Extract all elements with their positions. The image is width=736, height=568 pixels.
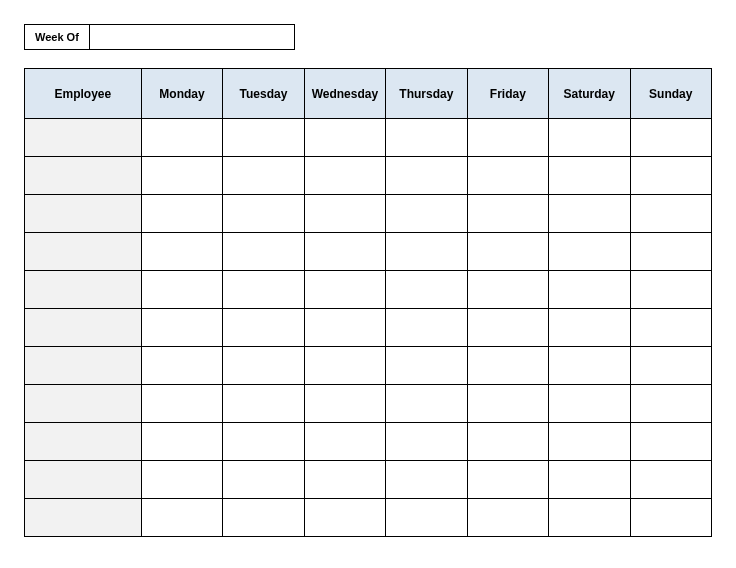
day-header-wednesday: Wednesday — [304, 69, 385, 119]
employee-header: Employee — [25, 69, 142, 119]
schedule-cell[interactable] — [304, 157, 385, 195]
table-row — [25, 461, 712, 499]
schedule-cell[interactable] — [549, 157, 630, 195]
schedule-cell[interactable] — [630, 347, 712, 385]
schedule-cell[interactable] — [223, 157, 304, 195]
schedule-cell[interactable] — [467, 157, 548, 195]
schedule-cell[interactable] — [141, 423, 222, 461]
schedule-cell[interactable] — [549, 461, 630, 499]
schedule-cell[interactable] — [223, 271, 304, 309]
employee-cell[interactable] — [25, 195, 142, 233]
schedule-cell[interactable] — [467, 347, 548, 385]
schedule-cell[interactable] — [141, 461, 222, 499]
schedule-cell[interactable] — [304, 385, 385, 423]
schedule-cell[interactable] — [386, 195, 467, 233]
schedule-cell[interactable] — [386, 423, 467, 461]
employee-cell[interactable] — [25, 233, 142, 271]
schedule-cell[interactable] — [630, 385, 712, 423]
schedule-cell[interactable] — [141, 385, 222, 423]
schedule-cell[interactable] — [549, 195, 630, 233]
week-of-label: Week Of — [24, 24, 90, 50]
schedule-table: Employee Monday Tuesday Wednesday Thursd… — [24, 68, 712, 537]
day-header-monday: Monday — [141, 69, 222, 119]
schedule-cell[interactable] — [304, 461, 385, 499]
schedule-cell[interactable] — [304, 347, 385, 385]
schedule-cell[interactable] — [141, 309, 222, 347]
schedule-cell[interactable] — [549, 423, 630, 461]
schedule-cell[interactable] — [304, 195, 385, 233]
table-row — [25, 309, 712, 347]
schedule-cell[interactable] — [630, 157, 712, 195]
schedule-cell[interactable] — [304, 499, 385, 537]
schedule-cell[interactable] — [549, 271, 630, 309]
schedule-cell[interactable] — [549, 347, 630, 385]
schedule-cell[interactable] — [630, 271, 712, 309]
schedule-cell[interactable] — [467, 119, 548, 157]
employee-cell[interactable] — [25, 157, 142, 195]
schedule-cell[interactable] — [223, 119, 304, 157]
schedule-cell[interactable] — [141, 233, 222, 271]
schedule-cell[interactable] — [549, 309, 630, 347]
schedule-cell[interactable] — [630, 461, 712, 499]
schedule-cell[interactable] — [386, 461, 467, 499]
schedule-cell[interactable] — [223, 233, 304, 271]
schedule-cell[interactable] — [304, 309, 385, 347]
schedule-cell[interactable] — [223, 423, 304, 461]
schedule-cell[interactable] — [467, 423, 548, 461]
schedule-cell[interactable] — [467, 195, 548, 233]
schedule-cell[interactable] — [223, 195, 304, 233]
schedule-cell[interactable] — [223, 461, 304, 499]
schedule-cell[interactable] — [630, 423, 712, 461]
schedule-cell[interactable] — [386, 309, 467, 347]
employee-cell[interactable] — [25, 309, 142, 347]
schedule-cell[interactable] — [223, 499, 304, 537]
schedule-cell[interactable] — [549, 385, 630, 423]
schedule-cell[interactable] — [223, 347, 304, 385]
schedule-cell[interactable] — [141, 499, 222, 537]
schedule-cell[interactable] — [304, 119, 385, 157]
table-row — [25, 195, 712, 233]
schedule-cell[interactable] — [141, 119, 222, 157]
employee-cell[interactable] — [25, 271, 142, 309]
schedule-cell[interactable] — [386, 385, 467, 423]
schedule-cell[interactable] — [141, 157, 222, 195]
employee-cell[interactable] — [25, 423, 142, 461]
schedule-cell[interactable] — [467, 499, 548, 537]
schedule-cell[interactable] — [223, 385, 304, 423]
day-header-saturday: Saturday — [549, 69, 630, 119]
schedule-cell[interactable] — [141, 271, 222, 309]
schedule-cell[interactable] — [467, 233, 548, 271]
schedule-cell[interactable] — [141, 347, 222, 385]
schedule-cell[interactable] — [630, 119, 712, 157]
schedule-cell[interactable] — [630, 499, 712, 537]
day-header-thursday: Thursday — [386, 69, 467, 119]
schedule-cell[interactable] — [467, 309, 548, 347]
schedule-cell[interactable] — [549, 499, 630, 537]
schedule-cell[interactable] — [386, 157, 467, 195]
schedule-cell[interactable] — [386, 271, 467, 309]
schedule-cell[interactable] — [630, 309, 712, 347]
employee-cell[interactable] — [25, 461, 142, 499]
schedule-cell[interactable] — [386, 119, 467, 157]
schedule-cell[interactable] — [630, 195, 712, 233]
schedule-cell[interactable] — [304, 271, 385, 309]
schedule-cell[interactable] — [467, 271, 548, 309]
employee-cell[interactable] — [25, 385, 142, 423]
employee-cell[interactable] — [25, 499, 142, 537]
schedule-cell[interactable] — [223, 309, 304, 347]
employee-cell[interactable] — [25, 119, 142, 157]
schedule-cell[interactable] — [141, 195, 222, 233]
table-row — [25, 119, 712, 157]
schedule-cell[interactable] — [467, 461, 548, 499]
schedule-cell[interactable] — [549, 119, 630, 157]
schedule-cell[interactable] — [304, 233, 385, 271]
schedule-cell[interactable] — [467, 385, 548, 423]
week-of-input[interactable] — [90, 24, 295, 50]
schedule-cell[interactable] — [386, 347, 467, 385]
schedule-cell[interactable] — [386, 499, 467, 537]
schedule-cell[interactable] — [630, 233, 712, 271]
schedule-cell[interactable] — [386, 233, 467, 271]
schedule-cell[interactable] — [304, 423, 385, 461]
schedule-cell[interactable] — [549, 233, 630, 271]
employee-cell[interactable] — [25, 347, 142, 385]
